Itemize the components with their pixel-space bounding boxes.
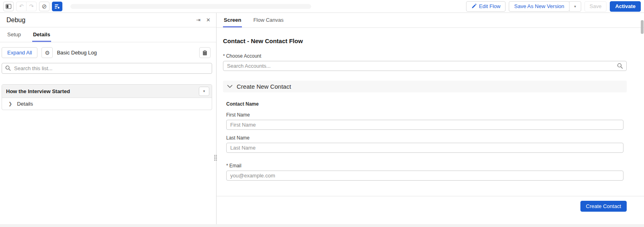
- undo-button[interactable]: ↶: [16, 2, 27, 11]
- activate-label: Activate: [615, 3, 636, 9]
- email-input[interactable]: [226, 171, 623, 181]
- required-marker: *: [223, 53, 225, 59]
- contact-name-group-label: Contact Name: [226, 101, 623, 107]
- required-marker: *: [226, 163, 228, 169]
- create-new-contact-section-header[interactable]: Create New Contact: [223, 81, 627, 92]
- activate-button[interactable]: Activate: [610, 1, 641, 12]
- chevron-down-icon: ▾: [203, 89, 205, 93]
- search-list-input[interactable]: [2, 63, 212, 74]
- debug-settings-button[interactable]: ⚙: [41, 47, 53, 58]
- first-name-label: First Name: [226, 112, 623, 118]
- create-contact-button[interactable]: Create Contact: [580, 201, 627, 212]
- last-name-label: Last Name: [226, 135, 623, 141]
- save-options-dropdown-button[interactable]: ▾: [569, 1, 581, 12]
- tab-details[interactable]: Details: [32, 27, 51, 42]
- debug-panel: Debug ⇥ ✕ Setup Details Expand All ⚙ Bas…: [0, 13, 217, 224]
- choose-account-input[interactable]: [223, 61, 627, 71]
- redo-button[interactable]: ↷: [26, 2, 37, 11]
- edit-flow-button[interactable]: Edit Flow: [466, 1, 506, 12]
- copy-log-button[interactable]: [199, 47, 211, 58]
- toggle-panel-button[interactable]: [3, 2, 14, 11]
- top-toolbar: ↶ ↷ ⊘ Edit Flow: [0, 0, 644, 13]
- toolbar-placeholder-bar: [70, 4, 311, 9]
- interview-details-label: Details: [17, 101, 33, 107]
- scrollbar-thumb[interactable]: [641, 20, 644, 34]
- tab-screen[interactable]: Screen: [223, 13, 242, 27]
- chevron-right-icon: ❯: [8, 101, 12, 106]
- save-button[interactable]: Save: [584, 1, 607, 12]
- undo-icon: ↶: [19, 3, 24, 9]
- contact-form: Contact Name First Name Last Name *Email: [223, 101, 627, 181]
- chevron-down-icon: ▾: [574, 4, 576, 8]
- tab-flow-canvas[interactable]: Flow Canvas: [252, 13, 284, 27]
- debug-log-type-label: Basic Debug Log: [57, 50, 195, 56]
- flow-heading: Contact - New Contact Flow: [223, 37, 627, 44]
- email-label: *Email: [226, 163, 623, 169]
- pencil-icon: [471, 4, 477, 9]
- last-name-input[interactable]: [226, 143, 623, 153]
- debug-tabs: Setup Details: [0, 27, 216, 42]
- disable-elements-button[interactable]: ⊘: [39, 2, 50, 11]
- save-as-new-version-label: Save As New Version: [514, 3, 564, 9]
- section-title: Create New Contact: [237, 83, 291, 90]
- close-icon[interactable]: ✕: [206, 17, 211, 23]
- save-as-new-version-button[interactable]: Save As New Version: [509, 1, 569, 12]
- first-name-input[interactable]: [226, 120, 623, 130]
- tab-setup[interactable]: Setup: [6, 27, 22, 42]
- debug-panel-title: Debug: [6, 17, 25, 24]
- panel-resize-handle[interactable]: [214, 155, 219, 161]
- edit-flow-label: Edit Flow: [479, 3, 500, 9]
- interview-card-title: How the Interview Started: [6, 88, 70, 94]
- interview-card-menu-button[interactable]: ▾: [199, 87, 209, 96]
- canvas-tabs: Screen Flow Canvas: [217, 13, 644, 28]
- undo-redo-group: ↶ ↷: [16, 2, 37, 11]
- choose-account-label: *Choose Account: [223, 53, 627, 59]
- chevron-down-icon: [227, 85, 233, 88]
- screen-preview-panel: Screen Flow Canvas Contact - New Contact…: [217, 13, 644, 224]
- redo-icon: ↷: [29, 3, 34, 9]
- clipboard-icon: [202, 50, 207, 56]
- panel-toggle-icon: [6, 4, 11, 9]
- interview-started-card: How the Interview Started ▾ ❯ Details: [2, 84, 212, 110]
- dock-right-icon[interactable]: ⇥: [196, 17, 200, 23]
- debug-log-icon: [54, 4, 60, 9]
- save-label: Save: [590, 3, 602, 9]
- expand-all-button[interactable]: Expand All: [2, 47, 37, 58]
- debug-log-button[interactable]: [52, 2, 62, 11]
- ban-icon: ⊘: [42, 3, 47, 10]
- search-icon: [5, 65, 11, 71]
- search-icon: [617, 63, 623, 69]
- save-as-group: Save As New Version ▾: [509, 1, 581, 12]
- gear-icon: ⚙: [45, 50, 50, 56]
- interview-details-row[interactable]: ❯ Details: [2, 98, 212, 110]
